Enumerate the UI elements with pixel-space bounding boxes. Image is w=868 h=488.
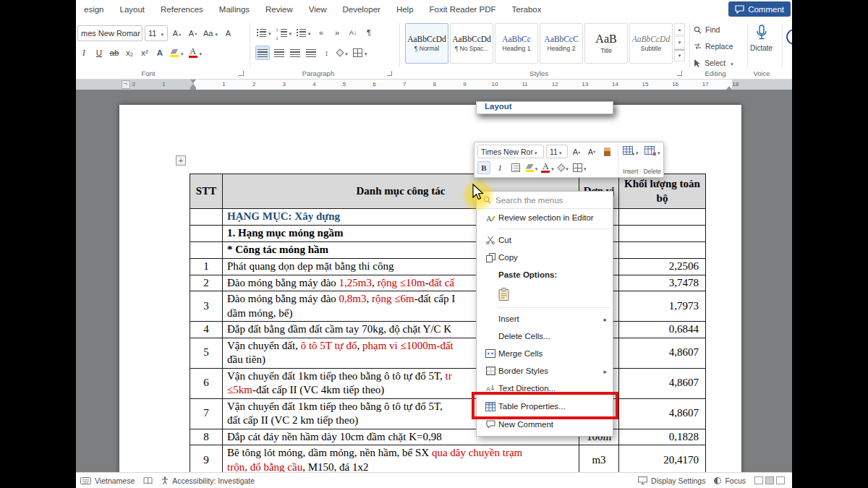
increase-indent-button[interactable]: » xyxy=(331,25,344,40)
grow-font-button[interactable] xyxy=(170,26,184,40)
format-painter-button[interactable] xyxy=(600,145,613,158)
ribbon-tab-foxit-reader-pdf[interactable]: Foxit Reader PDF xyxy=(422,5,504,14)
print-layout-button[interactable] xyxy=(765,476,774,484)
table-cell[interactable]: 4,8607 xyxy=(619,398,706,429)
dictate-button[interactable]: Dictate xyxy=(750,25,773,52)
comments-button[interactable]: Comment xyxy=(728,1,791,17)
accessibility-status[interactable]: Accessibility: Investigate xyxy=(161,476,255,485)
table-cell[interactable]: 4,8607 xyxy=(619,338,706,368)
mini-font-color-button[interactable]: A xyxy=(541,161,554,174)
shrink-font-button[interactable] xyxy=(186,26,200,40)
ribbon-tab-esign[interactable]: esign xyxy=(76,5,112,14)
table-cell[interactable] xyxy=(190,209,223,226)
mini-styles-button[interactable] xyxy=(509,161,522,174)
paste-keep-source-button[interactable] xyxy=(477,283,613,305)
mini-shading-button[interactable] xyxy=(557,161,570,174)
ribbon-tab-view[interactable]: View xyxy=(301,5,335,14)
table-move-handle-icon[interactable] xyxy=(176,155,186,166)
table-cell[interactable] xyxy=(619,226,706,242)
table-cell[interactable]: 1,7973 xyxy=(619,291,706,322)
table-cell[interactable] xyxy=(190,242,223,259)
mini-italic-button[interactable]: I xyxy=(493,161,506,174)
ribbon-tab-mailings[interactable]: Mailings xyxy=(211,5,258,14)
decrease-indent-button[interactable]: « xyxy=(315,25,328,40)
font-dialog-launcher[interactable] xyxy=(239,71,244,76)
sort-button[interactable]: A↓ xyxy=(346,25,360,40)
font-color-button[interactable]: A xyxy=(187,46,204,60)
menu-item-copy[interactable]: Copy xyxy=(477,249,613,266)
menu-item-border-styles[interactable]: Border Styles xyxy=(477,362,613,380)
styles-scroll-up[interactable]: ▴ xyxy=(674,23,685,35)
line-spacing-button[interactable]: ↕ xyxy=(320,46,333,60)
ribbon-tab-developer[interactable]: Developer xyxy=(334,5,388,14)
table-cell[interactable]: 2 xyxy=(190,275,223,291)
table-cell[interactable]: 3,7478 xyxy=(619,275,706,291)
highlight-color-button[interactable] xyxy=(169,46,185,60)
table-cell[interactable]: 7 xyxy=(190,398,223,429)
text-effects-button[interactable]: A xyxy=(153,46,166,60)
show-marks-button[interactable]: ¶ xyxy=(362,25,376,40)
first-line-indent-marker[interactable] xyxy=(190,80,196,83)
ribbon-tab-references[interactable]: References xyxy=(153,5,211,14)
mini-font-name-combo[interactable]: Times New Ror xyxy=(477,145,544,158)
table-cell[interactable]: Bê tông lót móng, dầm móng, nền hầm, bể … xyxy=(223,445,579,473)
menu-item-cut[interactable]: Cut xyxy=(477,231,613,249)
table-cell[interactable]: 3 xyxy=(190,291,223,322)
mini-insert-button[interactable]: Insert xyxy=(623,145,639,175)
table-cell[interactable] xyxy=(619,209,706,226)
style-card-heading2[interactable]: AaBbCcC Heading 2 xyxy=(540,23,583,64)
style-card-subtitle[interactable]: AaBbCcDd Subtitle xyxy=(629,23,673,64)
display-settings-button[interactable]: Display Settings xyxy=(638,476,705,485)
styles-dialog-launcher[interactable] xyxy=(677,71,682,76)
table-cell[interactable]: 4 xyxy=(190,322,223,338)
proofing-status[interactable] xyxy=(143,477,153,484)
paragraph-dialog-launcher[interactable] xyxy=(387,71,392,76)
read-mode-button[interactable] xyxy=(754,476,763,484)
language-status[interactable]: Vietnamese xyxy=(80,476,135,485)
bullets-button[interactable] xyxy=(255,25,273,40)
ribbon-tab-layout[interactable]: Layout xyxy=(476,101,613,114)
mini-highlight-button[interactable] xyxy=(525,161,538,174)
justify-button[interactable] xyxy=(304,46,318,60)
table-cell[interactable]: 5 xyxy=(190,338,223,368)
superscript-button[interactable]: x² xyxy=(138,46,151,60)
clear-formatting-button[interactable] xyxy=(221,26,235,40)
font-size-combo[interactable]: 11 xyxy=(145,25,168,41)
replace-button[interactable]: Replace xyxy=(694,42,733,51)
menu-item-review-selection-editor[interactable]: A Review selection in Editor xyxy=(477,209,613,226)
menu-search-box[interactable]: Search the menus xyxy=(477,192,613,209)
italic-button[interactable]: I xyxy=(77,46,90,60)
mini-font-size-combo[interactable]: 11 xyxy=(546,145,568,158)
ribbon-tab-layout[interactable]: Layout xyxy=(112,5,153,14)
table-cell[interactable]: 2,2506 xyxy=(619,259,706,275)
font-name-combo[interactable]: mes New Romar xyxy=(77,25,142,41)
select-button[interactable]: Select xyxy=(694,59,733,67)
col-header-stt[interactable]: STT xyxy=(190,174,223,209)
web-layout-button[interactable] xyxy=(776,476,785,484)
subscript-button[interactable]: x₂ xyxy=(123,46,136,60)
find-button[interactable]: Find xyxy=(694,25,720,34)
table-cell[interactable]: 0,1828 xyxy=(619,429,706,445)
table-cell[interactable]: 8 xyxy=(190,429,223,445)
menu-item-delete-cells[interactable]: Delete Cells... xyxy=(477,328,613,345)
table-cell[interactable]: m3 xyxy=(579,445,619,473)
multilevel-list-button[interactable] xyxy=(295,25,312,40)
style-card-no-spacing[interactable]: AaBbCcDd ¶ No Spac... xyxy=(450,23,493,64)
table-cell[interactable]: 9 xyxy=(190,445,223,473)
tab-selector[interactable] xyxy=(122,80,130,89)
table-cell[interactable]: 1 xyxy=(190,259,223,275)
mini-borders-button[interactable] xyxy=(573,161,587,174)
align-right-button[interactable] xyxy=(288,46,302,60)
change-case-button[interactable]: Aa xyxy=(202,26,219,40)
numbering-button[interactable] xyxy=(275,25,294,40)
table-cell[interactable]: 4,8607 xyxy=(619,368,706,398)
editor-button[interactable] xyxy=(786,29,792,45)
styles-gallery-expand[interactable]: ▾ xyxy=(674,49,685,61)
align-left-button[interactable] xyxy=(255,46,270,60)
styles-scroll-down[interactable]: ▾ xyxy=(674,36,685,48)
table-cell[interactable]: 0,6844 xyxy=(619,322,706,338)
mini-shrink-font-button[interactable] xyxy=(585,145,598,158)
mini-bold-button[interactable]: B xyxy=(477,161,490,174)
menu-item-merge-cells[interactable]: Merge Cells xyxy=(477,345,613,362)
style-card-heading1[interactable]: AaBbCc Heading 1 xyxy=(495,23,538,64)
